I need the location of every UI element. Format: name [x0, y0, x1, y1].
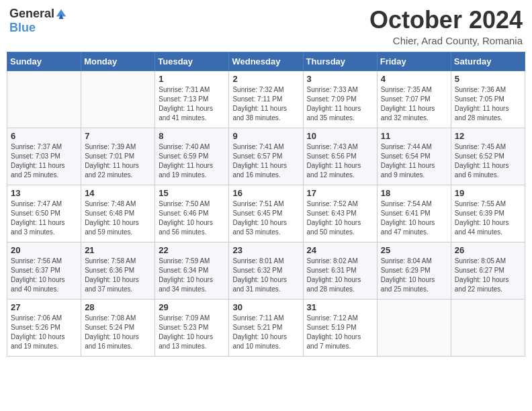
- calendar-cell: 27Sunrise: 7:06 AM Sunset: 5:26 PM Dayli…: [7, 299, 81, 356]
- day-header-sunday: Sunday: [7, 52, 81, 71]
- day-info: Sunrise: 7:35 AM Sunset: 7:07 PM Dayligh…: [381, 85, 447, 123]
- day-number: 26: [455, 245, 521, 255]
- calendar-cell: [451, 299, 525, 356]
- calendar-cell: 15Sunrise: 7:50 AM Sunset: 6:46 PM Dayli…: [155, 185, 229, 242]
- day-number: 18: [381, 188, 447, 198]
- day-number: 6: [11, 131, 77, 141]
- day-number: 17: [307, 188, 373, 198]
- calendar-cell: 20Sunrise: 7:56 AM Sunset: 6:37 PM Dayli…: [7, 242, 81, 299]
- calendar-cell: 30Sunrise: 7:11 AM Sunset: 5:21 PM Dayli…: [229, 299, 303, 356]
- calendar-week-3: 13Sunrise: 7:47 AM Sunset: 6:50 PM Dayli…: [7, 185, 525, 242]
- day-info: Sunrise: 7:31 AM Sunset: 7:13 PM Dayligh…: [159, 85, 225, 123]
- calendar-cell: 25Sunrise: 8:04 AM Sunset: 6:29 PM Dayli…: [377, 242, 451, 299]
- calendar-cell: 8Sunrise: 7:40 AM Sunset: 6:59 PM Daylig…: [155, 128, 229, 185]
- day-number: 2: [232, 74, 299, 84]
- day-info: Sunrise: 7:11 AM Sunset: 5:21 PM Dayligh…: [232, 314, 299, 351]
- day-number: 11: [381, 131, 447, 141]
- day-number: 22: [159, 245, 225, 255]
- day-number: 28: [85, 302, 151, 312]
- day-number: 31: [307, 302, 373, 312]
- calendar-cell: 29Sunrise: 7:09 AM Sunset: 5:23 PM Dayli…: [155, 299, 229, 356]
- day-info: Sunrise: 7:51 AM Sunset: 6:45 PM Dayligh…: [232, 199, 299, 237]
- day-number: 25: [381, 245, 447, 255]
- calendar-cell: 5Sunrise: 7:36 AM Sunset: 7:05 PM Daylig…: [451, 71, 525, 128]
- day-info: Sunrise: 7:33 AM Sunset: 7:09 PM Dayligh…: [307, 85, 373, 123]
- day-number: 15: [159, 188, 225, 198]
- day-info: Sunrise: 8:04 AM Sunset: 6:29 PM Dayligh…: [381, 257, 447, 294]
- day-info: Sunrise: 7:39 AM Sunset: 7:01 PM Dayligh…: [85, 142, 151, 180]
- calendar-cell: 12Sunrise: 7:45 AM Sunset: 6:52 PM Dayli…: [451, 128, 525, 185]
- day-info: Sunrise: 7:32 AM Sunset: 7:11 PM Dayligh…: [232, 85, 299, 123]
- day-number: 24: [307, 245, 373, 255]
- calendar-cell: 22Sunrise: 7:59 AM Sunset: 6:34 PM Dayli…: [155, 242, 229, 299]
- day-info: Sunrise: 7:56 AM Sunset: 6:37 PM Dayligh…: [11, 257, 77, 294]
- day-number: 1: [159, 74, 225, 84]
- logo-general-text: General: [9, 7, 54, 21]
- calendar-week-1: 1Sunrise: 7:31 AM Sunset: 7:13 PM Daylig…: [7, 71, 525, 128]
- day-number: 20: [11, 245, 77, 255]
- calendar-cell: 6Sunrise: 7:37 AM Sunset: 7:03 PM Daylig…: [7, 128, 81, 185]
- calendar-cell: 18Sunrise: 7:54 AM Sunset: 6:41 PM Dayli…: [377, 185, 451, 242]
- day-info: Sunrise: 7:52 AM Sunset: 6:43 PM Dayligh…: [307, 199, 373, 237]
- calendar-cell: [81, 71, 155, 128]
- calendar-cell: 24Sunrise: 8:02 AM Sunset: 6:31 PM Dayli…: [303, 242, 377, 299]
- calendar-cell: 17Sunrise: 7:52 AM Sunset: 6:43 PM Dayli…: [303, 185, 377, 242]
- calendar-week-4: 20Sunrise: 7:56 AM Sunset: 6:37 PM Dayli…: [7, 242, 525, 299]
- day-number: 23: [232, 245, 299, 255]
- day-info: Sunrise: 7:47 AM Sunset: 6:50 PM Dayligh…: [11, 199, 77, 237]
- day-header-wednesday: Wednesday: [229, 52, 303, 71]
- day-info: Sunrise: 8:05 AM Sunset: 6:27 PM Dayligh…: [455, 257, 521, 294]
- calendar-cell: 23Sunrise: 8:01 AM Sunset: 6:32 PM Dayli…: [229, 242, 303, 299]
- day-info: Sunrise: 7:08 AM Sunset: 5:24 PM Dayligh…: [85, 314, 151, 351]
- calendar-cell: 11Sunrise: 7:44 AM Sunset: 6:54 PM Dayli…: [377, 128, 451, 185]
- logo-icon: [55, 8, 67, 20]
- calendar-week-2: 6Sunrise: 7:37 AM Sunset: 7:03 PM Daylig…: [7, 128, 525, 185]
- day-header-friday: Friday: [377, 52, 451, 71]
- calendar-week-5: 27Sunrise: 7:06 AM Sunset: 5:26 PM Dayli…: [7, 299, 525, 356]
- day-info: Sunrise: 7:36 AM Sunset: 7:05 PM Dayligh…: [455, 85, 521, 123]
- calendar-cell: 4Sunrise: 7:35 AM Sunset: 7:07 PM Daylig…: [377, 71, 451, 128]
- day-number: 30: [232, 302, 299, 312]
- day-number: 16: [232, 188, 299, 198]
- day-number: 8: [159, 131, 225, 141]
- day-number: 10: [307, 131, 373, 141]
- calendar-cell: 28Sunrise: 7:08 AM Sunset: 5:24 PM Dayli…: [81, 299, 155, 356]
- day-info: Sunrise: 7:59 AM Sunset: 6:34 PM Dayligh…: [159, 257, 225, 294]
- logo: General Blue: [9, 7, 67, 35]
- day-number: 7: [85, 131, 151, 141]
- day-info: Sunrise: 7:50 AM Sunset: 6:46 PM Dayligh…: [159, 199, 225, 237]
- month-title: October 2024: [369, 7, 523, 34]
- calendar-cell: 3Sunrise: 7:33 AM Sunset: 7:09 PM Daylig…: [303, 71, 377, 128]
- day-number: 29: [159, 302, 225, 312]
- calendar-cell: 7Sunrise: 7:39 AM Sunset: 7:01 PM Daylig…: [81, 128, 155, 185]
- day-number: 9: [232, 131, 299, 141]
- day-number: 21: [85, 245, 151, 255]
- day-info: Sunrise: 7:55 AM Sunset: 6:39 PM Dayligh…: [455, 199, 521, 237]
- calendar-header-row: SundayMondayTuesdayWednesdayThursdayFrid…: [7, 52, 525, 71]
- calendar-cell: 1Sunrise: 7:31 AM Sunset: 7:13 PM Daylig…: [155, 71, 229, 128]
- day-number: 19: [455, 188, 521, 198]
- calendar-cell: 19Sunrise: 7:55 AM Sunset: 6:39 PM Dayli…: [451, 185, 525, 242]
- day-info: Sunrise: 7:12 AM Sunset: 5:19 PM Dayligh…: [307, 314, 373, 351]
- calendar-cell: 2Sunrise: 7:32 AM Sunset: 7:11 PM Daylig…: [229, 71, 303, 128]
- day-number: 14: [85, 188, 151, 198]
- location-subtitle: Chier, Arad County, Romania: [369, 35, 523, 46]
- day-header-saturday: Saturday: [451, 52, 525, 71]
- day-info: Sunrise: 7:09 AM Sunset: 5:23 PM Dayligh…: [159, 314, 225, 351]
- calendar-cell: 14Sunrise: 7:48 AM Sunset: 6:48 PM Dayli…: [81, 185, 155, 242]
- day-header-tuesday: Tuesday: [155, 52, 229, 71]
- page-header: General Blue October 2024 Chier, Arad Co…: [7, 7, 525, 46]
- day-info: Sunrise: 7:48 AM Sunset: 6:48 PM Dayligh…: [85, 199, 151, 237]
- day-info: Sunrise: 7:54 AM Sunset: 6:41 PM Dayligh…: [381, 199, 447, 237]
- day-info: Sunrise: 7:40 AM Sunset: 6:59 PM Dayligh…: [159, 142, 225, 180]
- calendar-cell: [7, 71, 81, 128]
- day-info: Sunrise: 7:37 AM Sunset: 7:03 PM Dayligh…: [11, 142, 77, 180]
- day-info: Sunrise: 8:02 AM Sunset: 6:31 PM Dayligh…: [307, 257, 373, 294]
- calendar-cell: 21Sunrise: 7:58 AM Sunset: 6:36 PM Dayli…: [81, 242, 155, 299]
- title-block: October 2024 Chier, Arad County, Romania: [369, 7, 523, 46]
- day-header-thursday: Thursday: [303, 52, 377, 71]
- logo-blue-text: Blue: [9, 21, 36, 35]
- calendar-cell: 26Sunrise: 8:05 AM Sunset: 6:27 PM Dayli…: [451, 242, 525, 299]
- day-info: Sunrise: 7:45 AM Sunset: 6:52 PM Dayligh…: [455, 142, 521, 180]
- day-number: 27: [11, 302, 77, 312]
